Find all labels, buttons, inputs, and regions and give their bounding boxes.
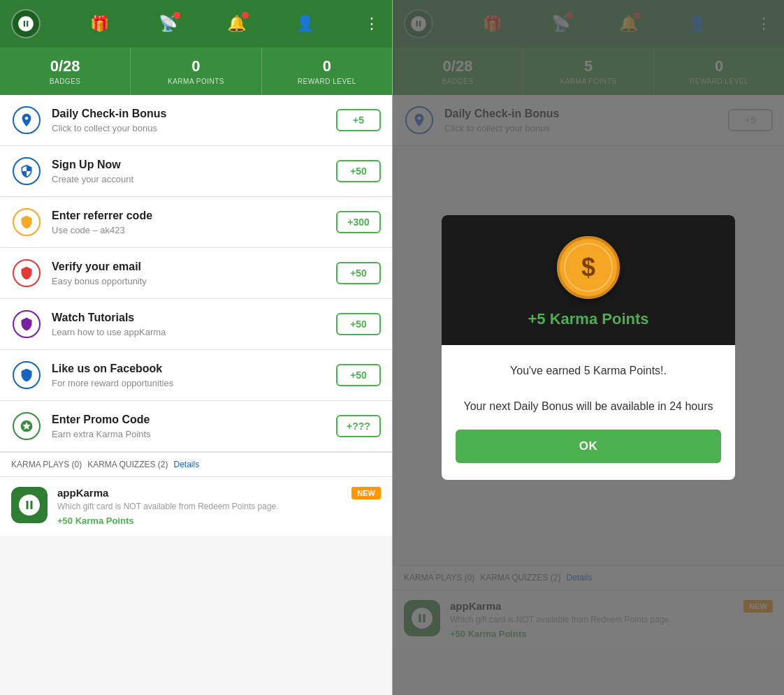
tutorials-icon [13,310,41,338]
promo-text: Enter Promo Code Earn extra Karma Points [52,413,326,439]
modal-message: You've earned 5 Karma Points!. Your next… [456,362,721,416]
tutorials-btn[interactable]: +50 [336,313,381,335]
app-logo-left[interactable] [11,9,41,38]
signup-icon [13,157,41,185]
gift-icon-left[interactable]: 🎁 [90,15,109,33]
reward-item-verify[interactable]: Verify your email Easy bonus opportunity… [0,248,392,299]
reward-value-left: 0 [323,57,331,75]
coin-icon: $ [557,236,620,299]
antenna-badge-left [173,12,180,19]
promo-title: Enter Promo Code [52,413,326,427]
verify-title: Verify your email [52,260,326,275]
quiz-description-left: Which gift card is NOT available from Re… [57,501,342,513]
verify-icon [13,259,41,287]
facebook-btn[interactable]: +50 [336,364,381,386]
referrer-subtitle: Use code – ak423 [52,225,326,235]
person-icon-left[interactable]: 👤 [296,15,314,33]
promo-icon-wrap [11,411,42,441]
verify-text: Verify your email Easy bonus opportunity [52,260,326,286]
reward-stat-left: 0 REWARD LEVEL [262,47,392,95]
signup-subtitle: Create your account [52,174,326,184]
karma-plays-left: KARMA PLAYS (0) [11,460,82,469]
reward-item-facebook[interactable]: Like us on Facebook For more reward oppo… [0,350,392,401]
reward-item-daily[interactable]: Daily Check-in Bonus Click to collect yo… [0,95,392,146]
bell-icon-left[interactable]: 🔔 [227,15,246,33]
modal-body: You've earned 5 Karma Points!. Your next… [442,345,735,480]
quiz-points-left: +50 Karma Points [57,515,342,526]
badges-value-left: 0/28 [50,57,80,75]
facebook-title: Like us on Facebook [52,362,326,376]
modal-message-line2: Your next Daily Bonus will be available … [456,397,721,416]
referrer-text: Enter referrer code Use code – ak423 [52,209,326,235]
signup-text: Sign Up Now Create your account [52,158,326,184]
badges-label-left: BADGES [50,78,81,85]
facebook-icon [13,361,41,389]
promo-btn[interactable]: +??? [336,415,381,437]
modal-top: $ +5 Karma Points [442,215,735,345]
reward-item-promo[interactable]: Enter Promo Code Earn extra Karma Points… [0,401,392,452]
karma-quizzes-left: KARMA QUIZZES (2) [87,460,168,469]
content-left: Daily Check-in Bonus Click to collect yo… [0,95,392,695]
facebook-icon-wrap [11,360,42,390]
more-menu-left[interactable]: ⋮ [364,15,381,33]
quiz-app-name-left: appKarma [57,487,342,499]
tutorials-text: Watch Tutorials Learn how to use appKarm… [52,311,326,337]
new-badge-left: NEW [351,487,381,499]
referrer-btn[interactable]: +300 [336,211,381,233]
daily-title: Daily Check-in Bonus [52,107,326,122]
tutorials-icon-wrap [11,309,42,339]
reward-label-left: REWARD LEVEL [298,78,356,85]
signup-btn[interactable]: +50 [336,160,381,182]
modal-overlay: $ +5 Karma Points You've earned 5 Karma … [393,0,784,695]
reward-item-signup[interactable]: Sign Up Now Create your account +50 [0,146,392,197]
karma-stat-left: 0 KARMA POINTS [131,47,261,95]
daily-icon [13,106,41,134]
referrer-icon-wrap [11,207,42,237]
antenna-icon-left[interactable]: 📡 [159,15,177,33]
referrer-icon [13,208,41,236]
facebook-subtitle: For more reward opportunities [52,378,326,388]
reward-item-referrer[interactable]: Enter referrer code Use code – ak423 +30… [0,197,392,248]
details-link-left[interactable]: Details [174,460,200,469]
stats-bar-left: 0/28 BADGES 0 KARMA POINTS 0 REWARD LEVE… [0,47,392,95]
signup-icon-wrap [11,156,42,186]
tutorials-title: Watch Tutorials [52,311,326,325]
modal-message-line1: You've earned 5 Karma Points!. [456,362,721,380]
daily-btn[interactable]: +5 [336,109,381,131]
karma-label-left: KARMA POINTS [168,78,224,85]
facebook-text: Like us on Facebook For more reward oppo… [52,362,326,388]
modal-ok-button[interactable]: OK [456,430,721,463]
coin-dollar-symbol: $ [581,253,595,282]
verify-btn[interactable]: +50 [336,262,381,284]
reward-item-tutorials[interactable]: Watch Tutorials Learn how to use appKarm… [0,299,392,350]
nav-bar-left: 🎁 📡 🔔 👤 ⋮ [0,0,392,47]
tutorials-subtitle: Learn how to use appKarma [52,327,326,337]
bottom-bar-left: KARMA PLAYS (0) KARMA QUIZZES (2) Detail… [0,452,392,476]
karma-value-left: 0 [191,57,200,75]
daily-subtitle: Click to collect your bonus [52,123,326,133]
right-panel: 🎁 📡 🔔 👤 ⋮ 0/28 BADGES 5 KARMA POINTS 0 R… [392,0,784,695]
modal-karma-text: +5 Karma Points [528,310,648,328]
quiz-text-left: appKarma Which gift card is NOT availabl… [57,487,342,526]
verify-subtitle: Easy bonus opportunity [52,276,326,286]
quiz-item-left[interactable]: appKarma Which gift card is NOT availabl… [0,476,392,536]
referrer-title: Enter referrer code [52,209,326,224]
badges-stat-left: 0/28 BADGES [0,47,131,95]
bell-badge-left [242,12,249,19]
verify-icon-wrap [11,258,42,288]
quiz-logo-left [11,487,48,523]
promo-subtitle: Earn extra Karma Points [52,429,326,439]
signup-title: Sign Up Now [52,158,326,173]
promo-icon [13,412,41,440]
daily-icon-wrap [11,105,42,136]
daily-text: Daily Check-in Bonus Click to collect yo… [52,107,326,133]
modal-box: $ +5 Karma Points You've earned 5 Karma … [442,215,735,480]
left-panel: 🎁 📡 🔔 👤 ⋮ 0/28 BADGES 0 KARMA POINTS 0 R… [0,0,392,695]
